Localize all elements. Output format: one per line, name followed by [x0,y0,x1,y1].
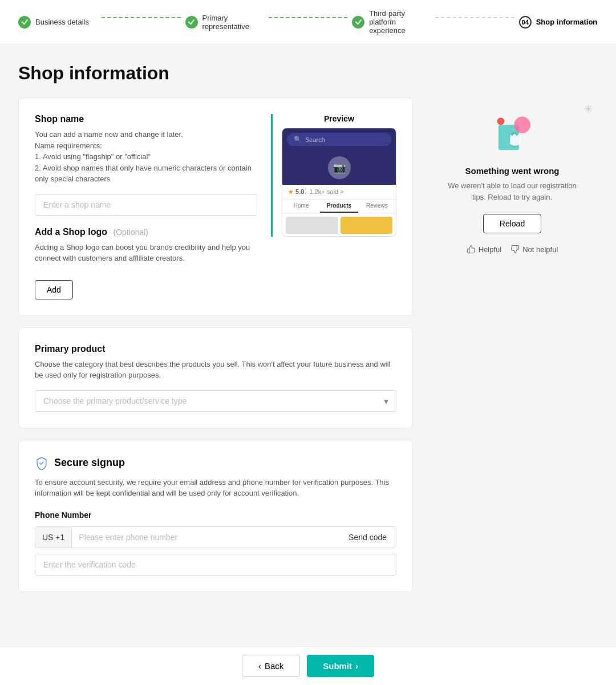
preview-product-1 [286,217,338,234]
product-dropdown[interactable]: Choose the primary product/service type … [35,390,396,412]
preview-product-2 [341,217,393,234]
back-button[interactable]: ‹ Back [242,655,300,677]
primary-product-desc: Choose the category that best describes … [35,359,396,381]
submit-arrow-icon: › [355,661,358,671]
shop-name-title: Shop name [35,114,257,124]
preview-rating: ★ 5.0 · 1.2k+ sold > [282,185,396,200]
preview-search-text: Search [305,136,325,143]
logo-desc: Adding a Shop logo can boost you brands … [35,242,257,264]
desc-req2: 2. Avoid shop names that only have numer… [35,164,252,184]
step1-check-icon [18,16,31,29]
secure-desc: To ensure account security, we require y… [35,477,396,499]
svg-point-2 [497,117,505,125]
bottom-navigation: ‹ Back Submit › [0,646,616,685]
secure-title-text: Secure signup [54,457,125,469]
progress-step-1: Business details [18,16,97,29]
shield-icon [35,456,48,470]
step4-number: 04 [519,16,532,29]
two-column-layout: Shop name You can add a name now and cha… [18,98,598,592]
shop-name-input[interactable] [35,194,257,216]
progress-bar: Business details Primary representative … [0,0,616,44]
step3-content: Third-party platform experience [369,9,431,35]
loading-icon: ✳ [583,102,593,116]
phone-section: Phone Number US +1 Send code [35,510,396,575]
send-code-button[interactable]: Send code [339,527,396,548]
logo-optional-label: (Optional) [114,228,148,237]
feedback-row: Helpful Not helpful [440,245,584,254]
step2-label: Primary representative [202,14,264,31]
thumbs-down-icon [510,245,520,254]
thumbs-up-icon [467,245,476,254]
phone-label: Phone Number [35,510,396,520]
phone-row: US +1 Send code [35,526,396,548]
back-label: Back [265,661,283,671]
desc-line2: Name requirements: [35,141,102,150]
submit-button[interactable]: Submit › [307,655,374,677]
shop-name-desc: You can add a name now and change it lat… [35,129,257,185]
shop-name-card: Shop name You can add a name now and cha… [18,98,413,316]
logo-title: Add a Shop logo (Optional) [35,227,257,237]
step3-check-icon [352,16,364,29]
primary-product-card: Primary product Choose the category that… [18,327,413,428]
preview-tabs: Home Products Reviews [282,200,396,213]
shop-name-left: Shop name You can add a name now and cha… [35,114,257,299]
secure-signup-card: Secure signup To ensure account security… [18,440,413,592]
main-content: Shop information Shop name You can add a… [0,44,616,638]
step3-label: Third-party platform experience [369,9,431,35]
preview-area: Preview 🔍 Search 📷 [271,114,396,237]
progress-step-3: Third-party platform experience [352,9,431,35]
step4-label: Shop information [536,18,598,26]
not-helpful-button[interactable]: Not helpful [510,245,558,254]
connector-2 [269,17,347,18]
preview-stars: ★ [288,188,294,195]
preview-rating-value: 5.0 [295,188,304,195]
connector-1 [102,17,180,18]
error-desc: We weren't able to load our registration… [440,180,584,202]
preview-search-icon: 🔍 [294,136,302,143]
error-illustration [489,111,535,157]
reload-button[interactable]: Reload [483,214,541,233]
helpful-label: Helpful [479,245,501,254]
left-column: Shop name You can add a name now and cha… [18,98,413,592]
verification-code-input[interactable] [35,554,396,575]
not-helpful-label: Not helpful [522,245,558,254]
step1-label: Business details [35,18,89,26]
phone-country: US +1 [35,527,72,548]
preview-tab-reviews: Reviews [358,200,396,213]
preview-products [282,213,396,236]
phone-number-input[interactable] [72,527,339,548]
helpful-button[interactable]: Helpful [467,245,501,254]
page-title: Shop information [18,63,598,84]
secure-title-row: Secure signup [35,456,396,470]
shop-name-content: Shop name You can add a name now and cha… [35,114,396,299]
preview-label: Preview [282,114,396,123]
progress-step-2: Primary representative [185,14,264,31]
svg-point-1 [514,117,530,133]
preview-tab-products: Products [320,200,358,213]
preview-tab-home: Home [282,200,320,213]
error-panel: ✳ Something [427,98,598,267]
preview-search-bar: 🔍 Search [282,128,396,151]
step2-content: Primary representative [202,14,264,31]
product-dropdown-wrapper: Choose the primary product/service type … [35,390,396,412]
add-logo-button[interactable]: Add [35,280,73,299]
step4-content: Shop information [536,18,598,26]
connector-3 [435,17,514,18]
submit-label: Submit [323,661,352,671]
primary-product-title: Primary product [35,344,396,354]
back-arrow-icon: ‹ [258,661,261,671]
desc-req1: 1. Avoid using "flagship" or "official" [35,152,151,161]
desc-line1: You can add a name now and change it lat… [35,130,183,139]
step2-check-icon [185,16,198,29]
step1-content: Business details [35,18,89,26]
progress-step-4: 04 Shop information [519,16,598,29]
preview-phone: 🔍 Search 📷 ★ 5.0 · 1.2k+ sold > [282,128,396,237]
preview-camera-icon: 📷 [328,156,351,179]
right-column: ✳ Something [427,98,598,267]
preview-sold: · 1.2k+ sold > [306,188,343,195]
error-title: Something went wrong [440,166,584,176]
preview-hero: 📷 [282,151,396,185]
